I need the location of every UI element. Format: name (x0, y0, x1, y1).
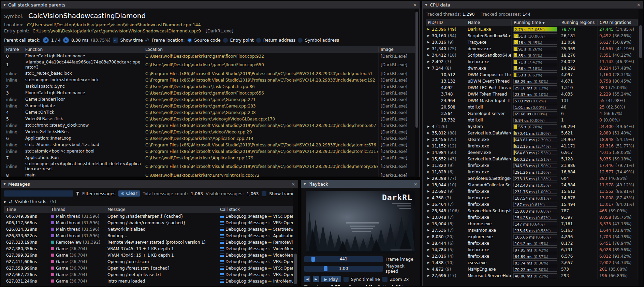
col-name[interactable]: Name (466, 20, 512, 25)
callstack-frame-row[interactable]: inline std::unique_ptr<Application,std::… (4, 161, 416, 172)
cpu-row[interactable]: ▶ 1,488 (10) csrss.exe 83.74 ms (0.36%) … (426, 259, 638, 266)
pid-cell[interactable]: ▶ 30,456 (25) (426, 136, 466, 143)
cpu-row[interactable]: 20,508 ntdll.dll 1.01 ms (0.00%) 40 25 (… (426, 104, 638, 110)
cpu-row[interactable]: 13,732 ntdll.dll 5.84 us (0.00%) 1 0 (0.… (426, 117, 638, 123)
expand-icon[interactable]: ▶ (427, 164, 432, 167)
message-row[interactable]: 627,667,736ns Game (36,704) Opening /met… (4, 271, 295, 278)
message-callstack[interactable]: DebugLog::Message ← VideoMemo (218, 252, 295, 258)
frame-location[interactable]: C:\Users\wolf\Desktop\darkrl\src\video\V… (143, 129, 379, 135)
cpu-row[interactable]: ▼ 7,144 (8) dwm.exe 1.66 s (7.18%) 14,29… (426, 65, 638, 71)
message-callstack[interactable]: DebugLog::Message ← VFS::Open (218, 258, 295, 265)
pid-cell[interactable]: ▶ 4 (126) (426, 123, 466, 130)
expand-icon[interactable]: ▶ (427, 157, 432, 160)
expand-icon[interactable]: ▶ (427, 274, 432, 277)
cpu-row[interactable]: ▶ 4,872 (9) MsMpEng.exe 70.22 ms (0.30%)… (426, 266, 638, 272)
pid-cell[interactable]: ▶ 15,652 (43) (426, 156, 466, 162)
callstack-frame-row[interactable]: inline std::_Atomic_storage<bool,1>::loa… (4, 142, 416, 148)
cpu-row[interactable]: 13,132 uDWM Event Thread 68.29 ms (0.30%… (426, 78, 638, 84)
pid-cell[interactable]: ▶ 11,820 (9) (426, 162, 466, 169)
pid-cell[interactable]: 3,564 (426, 110, 466, 117)
step-forward-button[interactable]: ▶ (313, 276, 319, 282)
callstack-frame-row[interactable]: inline std::chrono::steady_clock::now C:… (4, 122, 416, 129)
visible-threads-row[interactable]: ▶ ⇄ Visible threads: (5) (4, 199, 295, 204)
cpu-row[interactable]: ▶ 30,160 (84) ScriptedSandbox64.exe 2.51… (426, 32, 638, 39)
expand-icon[interactable]: ▶ (427, 183, 432, 186)
message-callstack[interactable]: DebugLog::Message ← RemoteVie (218, 239, 295, 245)
show-time-checkbox[interactable]: ✓ (113, 38, 118, 43)
expand-icon[interactable]: ▶ (427, 47, 432, 50)
callstack-frame-row[interactable]: 8 main C:\Users\wolf\Desktop\darkrl\src\… (4, 172, 416, 177)
frame-location[interactable]: C:\Users\wolf\Desktop\darkrl\src\game\fl… (143, 90, 379, 96)
pid-cell[interactable]: 24,964 (426, 97, 466, 104)
col-running-regions[interactable]: Running regions (559, 20, 598, 25)
step-back-button[interactable]: ◀ (304, 276, 310, 282)
cpu-row[interactable]: ▶ 16,464 (7) firefox.exe 187 ms (0.81%) … (426, 201, 638, 207)
col-pid-tid[interactable]: PID/TID (426, 20, 466, 25)
expand-icon[interactable]: ▶ (427, 138, 432, 141)
cpu-scrollbar[interactable] (639, 9, 643, 286)
message-row[interactable]: 626,024,328ns Main thread (31,596) Netwo… (4, 226, 295, 232)
playback-speed-slider[interactable]: 1.00 (304, 266, 383, 272)
close-icon[interactable]: × (413, 182, 418, 186)
message-callstack[interactable]: DebugLog::Message ← StartNetwo (218, 226, 295, 232)
callstack-frame-row[interactable]: 0 Floor::CalcLightNoLuminance C:\Users\w… (4, 53, 416, 59)
col-cpu-migrations[interactable]: CPU migrations (598, 20, 638, 25)
message-row[interactable]: 606,049,398ns Main thread (31,596) Openi… (4, 213, 295, 219)
cpu-row[interactable]: ▶ 8,080 (20) explorer.exe 105.66 ms (0.4… (426, 233, 638, 240)
expand-icon[interactable]: ▶ (427, 261, 432, 264)
frame-location[interactable]: C:\Users\wolf\Desktop\darkrl\src\Applica… (143, 155, 379, 161)
pid-cell[interactable]: 20,508 (426, 104, 466, 110)
messages-scrollbar[interactable] (293, 188, 297, 286)
pid-cell[interactable]: ▶ 11,828 (6) (426, 169, 466, 175)
cpu-row[interactable]: 10,512 DWM Compositor Threa 1.53 s (6.63… (426, 71, 638, 78)
cpu-row[interactable]: ▶ 11,820 (9) firefox.exe 346.58 ms (1.50… (426, 162, 638, 169)
zoom-2x-checkbox[interactable]: ✓ (382, 277, 387, 282)
close-icon[interactable]: × (636, 2, 641, 7)
expand-icon[interactable]: ▶ (427, 41, 432, 44)
frame-location[interactable]: C:\Users\wolf\Desktop\darkrl\src\game\Ga… (143, 96, 379, 103)
frame-location[interactable]: C:\Users\wolf\Desktop\darkrl\src\EntryPo… (143, 172, 379, 177)
expand-icon[interactable]: ▶ (427, 144, 432, 147)
callstack-frame-row[interactable]: inline std::_Mutex_base::lock C:\Program… (4, 70, 416, 77)
tree-expand-icon[interactable]: ▶ (4, 200, 6, 203)
pid-cell[interactable]: ▶ 22,396 (49) (426, 26, 466, 32)
message-row[interactable]: 627,831,246ns Game (36,704) Intro menu l… (4, 278, 295, 284)
col-thread[interactable]: Thread (49, 207, 105, 212)
col-frame[interactable]: Frame (4, 47, 23, 52)
frame-location[interactable]: C:\Users\wolf\Desktop\darkrl\src\game\Ga… (143, 109, 379, 116)
callstack-frame-row[interactable]: 4 Game::OnTick C:\Users\wolf\Desktop\dar… (4, 109, 416, 116)
pid-cell[interactable]: ▶ 14,984 (50) (426, 149, 466, 156)
expand-icon[interactable]: ▶ (427, 235, 432, 238)
pid-cell[interactable]: ▶ 4,872 (9) (426, 266, 466, 272)
cpu-row[interactable]: 24,964 DWM Master Input Threa 5.03 ms (0… (426, 97, 638, 104)
pid-cell[interactable]: ▶ 34,412 (18) (426, 52, 466, 58)
frame-location[interactable]: C:\Program Files (x86)\Microsoft Visual … (143, 161, 379, 172)
pid-cell[interactable]: ▶ 23,348 (106) (426, 207, 466, 214)
cpu-row[interactable]: ▶ 4 (126) System 1.55 s (6.70%) 69,294 3… (426, 123, 638, 130)
pid-cell[interactable]: 13,132 (426, 78, 466, 84)
pid-cell[interactable]: ▶ 27,696 (17) (426, 272, 466, 279)
cpu-row[interactable]: ▶ 12,016 (4) firefox.exe 84.89 ms (0.37%… (426, 253, 638, 259)
cpu-row[interactable]: ▶ 14,984 (50) devenv.exe 584.69 ms (2.53… (426, 149, 638, 156)
pid-cell[interactable]: ▶ 15,004 (8) (426, 220, 466, 227)
cpu-row[interactable]: ▶ 15,652 (43) ServiceHub.DataWareho 580.… (426, 156, 638, 162)
pid-cell[interactable]: ▶ 31,340 (75) (426, 45, 466, 52)
expand-icon[interactable]: ▶ (427, 177, 432, 180)
expand-icon[interactable]: ▶ (427, 170, 432, 173)
cpu-row[interactable]: ▶ 30,456 (25) steam.exe 643.61 ms (2.79%… (426, 136, 638, 143)
radio-entry-point[interactable] (223, 38, 228, 43)
message-callstack[interactable]: DebugLog::Message ← VFS::Open (218, 219, 295, 226)
frame-location[interactable]: C:\Program Files (x86)\Microsoft Visual … (143, 148, 379, 155)
message-callstack[interactable]: DebugLog::Message ← VFS::Open (218, 271, 295, 278)
message-row[interactable]: 626,833,622ns Main thread (31,596) Booti… (4, 232, 295, 239)
expand-icon[interactable]: ▶ (427, 60, 432, 63)
cpu-row[interactable]: ▶ 13,044 (10) StandardCollector.Servic 2… (426, 182, 638, 188)
cpu-row[interactable]: 4,092 DWM LPC Port Thread 29.16 ms (0.13… (426, 84, 638, 91)
pid-cell[interactable]: ▶ 14,784 (5) (426, 246, 466, 253)
expand-icon[interactable]: ▶ (427, 151, 432, 154)
cpu-row[interactable]: ▶ 11,828 (6) firefox.exe 291.26 ms (1.26… (426, 169, 638, 175)
cpu-row[interactable]: 3,748 DWM Token Thread 23.37 ms (0.10%) … (426, 91, 638, 97)
cpu-row[interactable]: ▶ 27,696 (17) Microsoft.ServiceHub.Co 48… (426, 272, 638, 279)
cpu-row[interactable]: ▶ 18,444 (6) firefox.exe 104.2 ms (0.45%… (426, 240, 638, 246)
frame-location[interactable]: C:\Program Files (x86)\Microsoft Visual … (143, 70, 379, 77)
